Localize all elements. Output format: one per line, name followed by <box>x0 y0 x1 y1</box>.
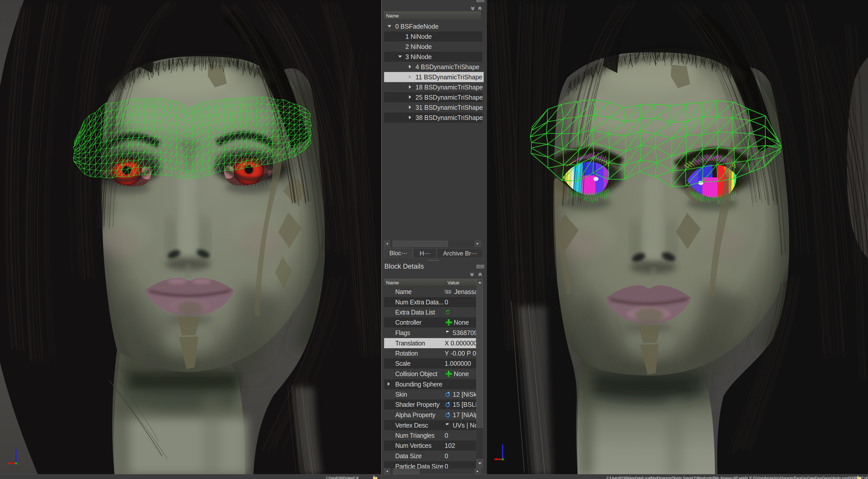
svg-text:Txt: Txt <box>445 290 451 294</box>
